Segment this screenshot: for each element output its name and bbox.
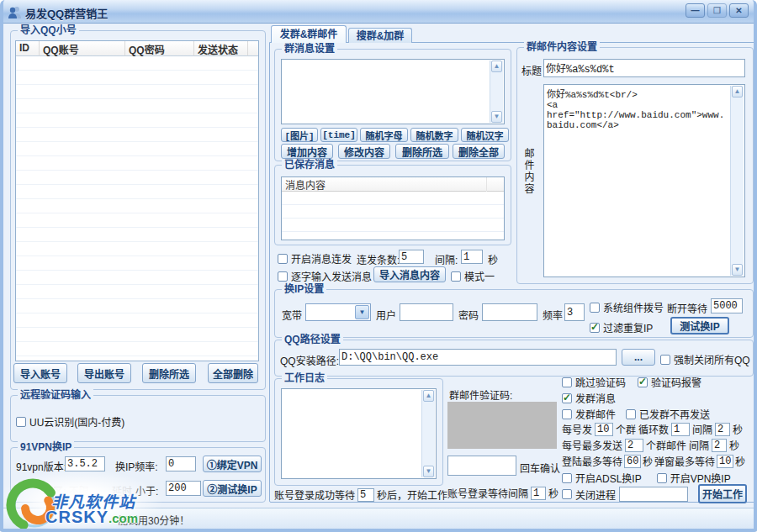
col-id[interactable]: ID (16, 41, 40, 56)
export-accounts-button[interactable]: 导出账号 (77, 363, 131, 383)
import-message-button[interactable]: 导入消息内容 (373, 266, 446, 282)
ip-freq-input[interactable] (166, 456, 196, 471)
skip-captcha-checkbox[interactable] (562, 377, 572, 387)
delay-hidden-label: 延时 (112, 483, 132, 498)
no-resend-checkbox[interactable] (626, 409, 636, 419)
message-scrollbar[interactable]: ▲▼ (490, 61, 503, 123)
delete-selected-button[interactable]: 删除所选 (395, 144, 449, 159)
burst-send-checkbox[interactable] (278, 254, 288, 264)
saved-messages-list[interactable]: 消息内容 (281, 176, 505, 240)
scroll-down-icon[interactable]: ▼ (423, 466, 434, 477)
col-qq-password[interactable]: QQ密码 (125, 41, 194, 56)
app-icon (8, 5, 22, 18)
test-vpn-button[interactable]: ②测试换IP (203, 480, 262, 497)
insert-time-button[interactable]: [time] (320, 128, 357, 142)
kill-process-input[interactable] (619, 487, 688, 502)
filter-dup-ip-label: 过滤重复IP (603, 320, 653, 334)
gap2-input[interactable] (712, 439, 727, 452)
send-group-mail-checkbox[interactable] (562, 409, 572, 419)
col-send-status[interactable]: 发送状态 (194, 41, 248, 56)
mode-one-checkbox[interactable] (451, 271, 461, 282)
combo-arrow-icon[interactable]: ▼ (355, 305, 369, 319)
system-dial-checkbox[interactable] (590, 303, 600, 313)
tab-send-groups[interactable]: 发群&群邮件 (271, 25, 347, 43)
work-log-scrollbar[interactable]: ▲▼ (421, 390, 435, 477)
broadband-select[interactable]: ▼ (305, 303, 371, 321)
group-message-settings-title: 群消息设置 (282, 43, 337, 55)
accounts-table[interactable]: ID QQ账号 QQ密码 发送状态 (15, 40, 259, 361)
scroll-up-icon[interactable]: ▲ (491, 61, 502, 72)
import-accounts-button[interactable]: 导入账号 (13, 363, 67, 383)
login-max-wait-input[interactable] (624, 455, 641, 468)
kill-process-checkbox[interactable] (562, 489, 572, 499)
tab-search-groups[interactable]: 搜群&加群 (348, 28, 412, 43)
gap1-input[interactable] (715, 423, 730, 436)
message-content-textarea[interactable] (282, 60, 504, 124)
delete-all-accounts-button[interactable]: 全部删除 (208, 363, 258, 383)
maximize-button[interactable]: ❐ (707, 3, 727, 18)
less-than-input[interactable] (166, 481, 201, 496)
random-hanzi-button[interactable]: 随机汉字 (461, 128, 509, 142)
vpn-version-input[interactable] (65, 456, 105, 471)
title-bar[interactable]: 易发QQ群营销王 — ❐ ✕ (0, 0, 757, 24)
dial-freq-label: 频率 (543, 308, 563, 322)
test-ip-button[interactable]: 测试换IP (670, 317, 729, 334)
col-qq-account[interactable]: QQ账号 (40, 41, 125, 56)
burst-gap-input[interactable] (461, 250, 483, 264)
dial-pass-input[interactable] (482, 303, 537, 321)
add-content-button[interactable]: 增加内容 (281, 144, 333, 159)
scroll-down-icon[interactable]: ▼ (491, 111, 502, 123)
random-letters-button[interactable]: 随机字母 (360, 128, 408, 142)
typing-mode-label: 逐字输入发送消息 (291, 269, 372, 283)
delete-all-button[interactable]: 删除全部 (453, 144, 505, 159)
accounts-table-body[interactable] (16, 56, 258, 361)
modify-content-button[interactable]: 修改内容 (338, 144, 390, 159)
typing-mode-checkbox[interactable] (278, 271, 288, 282)
minimize-button[interactable]: — (686, 3, 705, 18)
send-group-msg-checkbox[interactable] (562, 393, 572, 403)
dial-user-input[interactable] (400, 303, 453, 321)
delete-selected-accounts-button[interactable]: 删除所选 (142, 363, 196, 383)
login-interval-label: 账号登录等待间隔 (447, 486, 528, 500)
scroll-up-icon[interactable]: ▲ (732, 86, 743, 97)
login-interval-sec: 秒 (548, 486, 558, 500)
mail-max-input[interactable] (625, 439, 643, 452)
per-account-input[interactable] (595, 423, 613, 436)
burst-gap-label: 间隔: (435, 252, 458, 266)
uu-cloud-label: UU云识别(国内-付费) (29, 414, 124, 429)
work-log-textarea[interactable] (282, 389, 436, 478)
system-dial-label: 系统组件拨号 (603, 300, 664, 314)
email-body-scrollbar[interactable]: ▲▼ (730, 86, 744, 276)
disconnect-wait-input[interactable] (711, 298, 743, 313)
vpn-ip-checkbox[interactable] (657, 473, 667, 483)
disconnect-wait-label: 断开等待 (667, 301, 707, 315)
dial-freq-input[interactable] (564, 303, 585, 321)
subject-input[interactable] (543, 59, 745, 77)
login-wait-suffix: 秒后，开始工作 (377, 487, 447, 502)
force-close-qq-checkbox[interactable] (660, 355, 670, 365)
start-work-button[interactable]: 开始工作 (698, 484, 747, 503)
scroll-up-icon[interactable]: ▲ (423, 390, 434, 402)
adsl-ip-checkbox[interactable] (562, 473, 572, 483)
captcha-alarm-checkbox[interactable] (638, 377, 648, 387)
burst-count-input[interactable] (399, 250, 424, 264)
popup-max-wait-input[interactable] (717, 455, 733, 468)
scroll-down-icon[interactable]: ▼ (732, 264, 743, 276)
browse-path-button[interactable]: ... (622, 349, 655, 366)
qq-path-label: QQ安装路径: (280, 353, 339, 367)
loop-input[interactable] (671, 423, 690, 436)
login-interval-input[interactable] (531, 487, 546, 500)
bind-vpn-button[interactable]: ①绑定VPN (203, 456, 262, 472)
qq-path-input[interactable] (339, 349, 617, 366)
random-digits-button[interactable]: 随机数字 (410, 128, 458, 142)
login-max-wait-sec: 秒 (643, 454, 653, 468)
insert-image-button[interactable]: [图片] (281, 128, 318, 142)
close-button[interactable]: ✕ (729, 3, 749, 18)
email-body-textarea[interactable]: 你好%a%s%d%t<br/> <a href="http://www.baid… (544, 85, 744, 277)
filter-dup-ip-checkbox[interactable] (590, 323, 600, 333)
mail-max-label: 每号最多发送 (562, 438, 622, 452)
uu-cloud-checkbox[interactable] (16, 417, 26, 427)
captcha-input[interactable] (447, 456, 516, 476)
login-wait-input[interactable] (357, 488, 374, 502)
saved-messages-body[interactable] (282, 192, 504, 240)
